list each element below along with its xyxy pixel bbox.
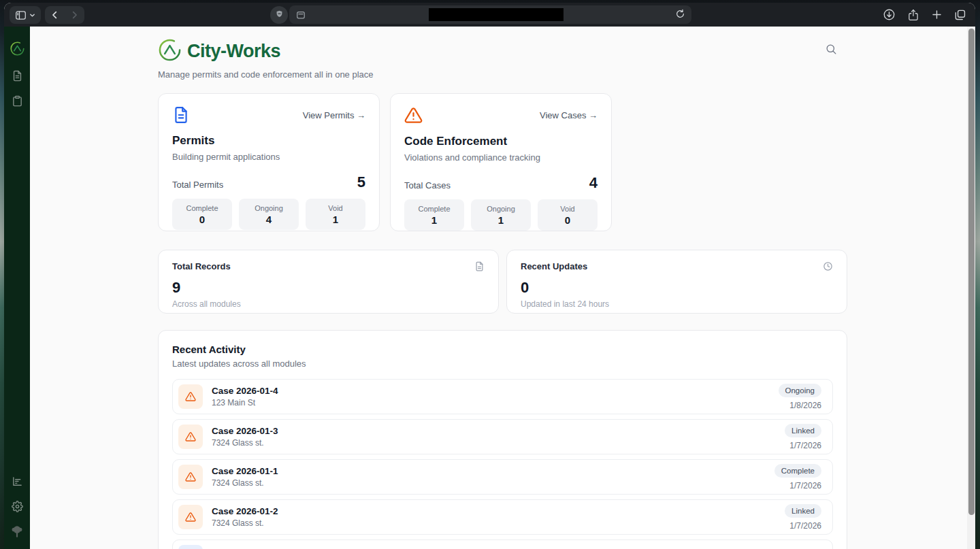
activity-subtitle: 7324 Glass st. [212,438,278,448]
stat-value: 1 [431,214,437,226]
shield-icon [275,9,284,21]
stat-void: Void 0 [538,199,598,231]
nav-buttons [45,6,84,24]
card-description: Violations and compliance tracking [404,152,598,163]
page-icon [296,10,306,20]
app-sidebar [4,27,30,549]
page-subtitle: Manage permits and code enforcement all … [158,69,847,80]
permit-stats: Complete 0 Ongoing 4 Void 1 [172,199,365,230]
reload-icon[interactable] [675,9,685,19]
activity-title: Case 2026-01-4 [212,386,278,396]
summary-caption: Across all modules [172,299,485,309]
mascot-icon[interactable] [9,523,25,539]
activity-row[interactable]: Case 2026-01-1 7324 Glass st. Complete 1… [172,459,833,495]
recent-updates-card: Recent Updates 0 Updated in last 24 hour… [506,250,847,314]
tabs-icon[interactable] [954,9,966,21]
stat-label: Complete [186,204,218,212]
activity-subtitle: 7324 Glass st. [212,478,278,488]
card-title: Code Enforcement [404,135,598,148]
summary-title: Total Records [172,261,231,271]
card-description: Building permit applications [172,152,365,162]
summary-value: 0 [521,280,833,295]
module-cards-row: View Permits → Permits Building permit a… [158,93,847,231]
warning-triangle-icon [404,106,423,127]
download-icon[interactable] [883,8,896,21]
activity-row[interactable]: Case 2026-01-3 7324 Glass st. Linked 1/7… [172,419,833,454]
summary-cards-row: Total Records 9 Across all modules [158,250,847,314]
stat-label: Ongoing [255,204,283,212]
warning-triangle-icon [178,384,203,409]
city-works-logo[interactable] [9,40,25,56]
view-permits-link[interactable]: View Permits → [303,110,365,120]
chevron-down-icon [29,12,35,18]
activity-subtitle: 7324 Glass st. [212,518,278,528]
scrollbar-thumb[interactable] [968,29,975,515]
forward-button[interactable] [65,6,84,24]
activity-title: Case 2026-01-1 [212,466,278,476]
scrollbar-track[interactable] [967,27,975,549]
document-icon [474,261,485,274]
activity-row[interactable]: Case 2026-01-2 7324 Glass st. Linked 1/7… [172,499,833,535]
bar-chart-icon[interactable] [9,473,25,489]
stat-ongoing: Ongoing 4 [239,199,299,230]
view-cases-link[interactable]: View Cases → [540,110,598,120]
case-stats: Complete 1 Ongoing 1 Void 0 [404,199,598,231]
stat-value: 1 [498,214,504,226]
recent-activity-card: Recent Activity Latest updates across al… [158,330,847,549]
total-value: 4 [589,176,598,190]
activity-title: Case 2026-01-2 [212,506,278,516]
stat-ongoing: Ongoing 1 [471,199,531,231]
activity-subtitle: 123 Main St [212,398,278,407]
settings-icon[interactable] [9,498,25,514]
activity-date: 1/7/2026 [789,481,821,490]
documents-icon[interactable] [9,67,25,84]
status-badge: Linked [785,424,821,437]
dashboard-content: City-Works Manage permits and code enfor… [158,27,847,549]
clipboard-icon[interactable] [9,93,25,109]
stat-value: 4 [266,214,272,225]
browser-toolbar [4,3,975,27]
activity-list: Case 2026-01-4 123 Main St Ongoing 1/8/2… [172,379,833,549]
file-text-icon [178,545,203,549]
activity-date: 1/7/2026 [789,521,821,531]
search-button[interactable] [825,43,838,59]
city-works-logo-large [158,38,182,65]
file-text-icon [172,106,190,127]
recent-activity-subtitle: Latest updates across all modules [172,359,833,369]
warning-triangle-icon [178,505,203,529]
activity-title: Case 2026-01-3 [212,426,278,436]
activity-date: 1/8/2026 [789,401,821,410]
card-title: Permits [172,134,365,148]
status-badge: Complete [774,464,821,478]
browser-window: City-Works Manage permits and code enfor… [4,3,975,549]
sidebar-toggle-button[interactable] [10,6,41,24]
activity-row[interactable]: Permit 2026-01-5 Void [172,539,833,549]
total-records-card: Total Records 9 Across all modules [158,250,499,314]
stat-void: Void 1 [306,199,365,230]
stat-complete: Complete 0 [172,199,232,230]
stat-label: Ongoing [487,205,515,213]
summary-title: Recent Updates [521,261,587,271]
stat-label: Void [560,205,574,213]
activity-row[interactable]: Case 2026-01-4 123 Main St Ongoing 1/8/2… [172,379,833,414]
code-enforcement-card: View Cases → Code Enforcement Violations… [390,93,612,231]
toolbar-right-buttons [883,3,966,27]
summary-caption: Updated in last 24 hours [521,299,833,309]
url-bar[interactable] [289,5,691,24]
status-badge: Linked [785,504,821,518]
summary-value: 9 [172,280,485,295]
total-label: Total Permits [172,180,223,190]
stat-value: 0 [199,214,205,225]
back-button[interactable] [46,6,65,24]
page-title: City-Works [187,41,280,62]
permits-card: View Permits → Permits Building permit a… [158,93,380,231]
warning-triangle-icon [178,425,203,449]
privacy-shield-button[interactable] [270,6,288,24]
share-icon[interactable] [907,9,919,21]
clock-icon [823,261,833,274]
recent-activity-title: Recent Activity [172,344,833,355]
warning-triangle-icon [178,465,203,489]
stat-value: 1 [333,214,338,225]
new-tab-icon[interactable] [931,9,943,20]
total-label: Total Cases [404,180,451,190]
